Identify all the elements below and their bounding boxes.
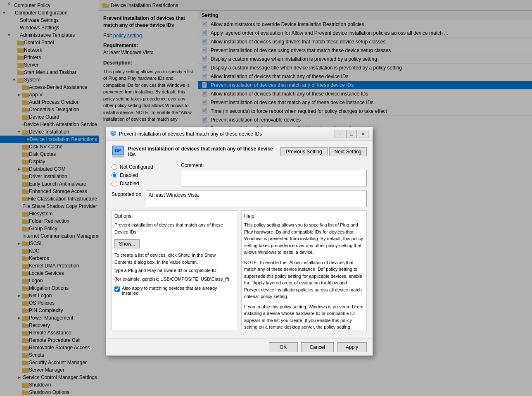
supported-row: Supported on: At least Windows Vista (112, 191, 367, 207)
comment-area: Comment: (181, 162, 367, 186)
radio-disabled[interactable]: Disabled (112, 181, 178, 186)
modal-footer: OK Cancel Apply (106, 339, 373, 355)
modal-policy-title: Prevent installation of devices that mat… (128, 146, 277, 157)
radio-enabled-input[interactable] (112, 172, 117, 178)
radio-not-configured-label: Not Configured (120, 164, 153, 170)
checkbox-label: Also apply to matching devices that are … (122, 286, 234, 296)
modal-title-icon (110, 131, 116, 137)
comment-textarea[interactable] (181, 170, 367, 186)
options-instructions: To create a list of devices, click Show.… (114, 252, 234, 282)
options-instructions-3: (for example, gendisk; USB\COMPOSITE, US… (114, 276, 234, 283)
also-apply-checkbox[interactable] (114, 286, 120, 292)
options-panel: Options: Prevent installation of devices… (112, 210, 237, 330)
modal-overlay: Prevent installation of devices that mat… (0, 0, 532, 396)
supported-label: Supported on: (112, 191, 142, 197)
options-help-area: Options: Prevent installation of devices… (112, 210, 367, 330)
radio-enabled[interactable]: Enabled (112, 172, 178, 178)
supported-value: At least Windows Vista (146, 191, 367, 207)
modal-titlebar: Prevent installation of devices that mat… (106, 127, 373, 141)
cancel-button[interactable]: Cancel (301, 342, 334, 352)
show-button[interactable]: Show... (114, 239, 140, 248)
radio-not-configured-input[interactable] (112, 164, 117, 170)
apply-button[interactable]: Apply (337, 342, 367, 352)
svg-text:GP: GP (115, 148, 121, 153)
next-setting-button[interactable]: Next Setting (329, 147, 367, 156)
ok-button[interactable]: OK (269, 342, 298, 352)
policy-icon: GP (112, 145, 125, 158)
close-button[interactable]: ✕ (358, 130, 368, 138)
checkbox-also-apply[interactable]: Also apply to matching devices that are … (114, 286, 234, 296)
help-text-2: NOTE: To enable the "Allow installation … (244, 259, 364, 300)
radio-not-configured[interactable]: Not Configured (112, 164, 178, 170)
options-content: Prevent installation of devices that mat… (114, 222, 234, 235)
comment-label: Comment: (181, 162, 367, 168)
options-title: Options: (114, 213, 234, 219)
modal-title-area: Prevent installation of devices that mat… (110, 131, 262, 137)
options-instructions-2: type a Plug and Play hardware ID or comp… (114, 267, 234, 274)
minimize-button[interactable]: − (335, 130, 345, 138)
options-content-title: Prevent installation of devices that mat… (114, 222, 234, 235)
svg-rect-20 (112, 155, 124, 157)
help-text-content: This policy setting allows you to specif… (244, 222, 364, 330)
previous-setting-button[interactable]: Previous Setting (280, 147, 327, 156)
help-text-1: This policy setting allows you to specif… (244, 222, 364, 256)
radio-disabled-label: Disabled (120, 181, 139, 186)
radio-group: Not Configured Enabled Disabled (112, 162, 178, 186)
help-text-3: If you enable this policy setting, Windo… (244, 303, 364, 331)
help-panel: Help: This policy setting allows you to … (241, 210, 367, 330)
radio-enabled-label: Enabled (120, 172, 138, 178)
settings-grid: Not Configured Enabled Disabled Comment: (112, 162, 367, 207)
modal-title-text: Prevent installation of devices that mat… (119, 131, 262, 137)
radio-disabled-input[interactable] (112, 181, 117, 186)
options-instructions-1: To create a list of devices, click Show.… (114, 252, 234, 265)
help-title: Help: (244, 213, 364, 219)
modal-body: GP Prevent installation of devices that … (106, 141, 373, 339)
maximize-button[interactable]: □ (346, 130, 357, 138)
prev-next-buttons: Previous Setting Next Setting (280, 147, 367, 156)
modal-window: Prevent installation of devices that mat… (105, 127, 373, 356)
modal-policy-header: GP Prevent installation of devices that … (112, 145, 367, 158)
window-controls: − □ ✕ (335, 130, 368, 138)
